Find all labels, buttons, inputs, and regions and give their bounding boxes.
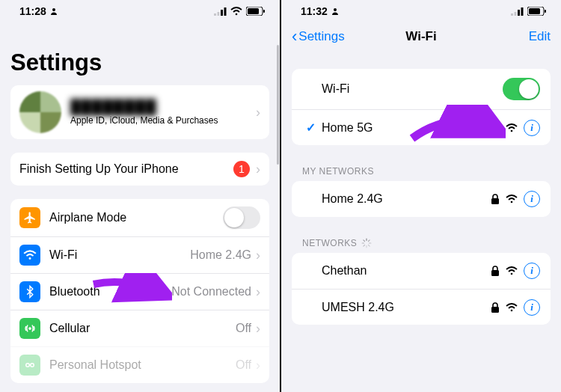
svg-line-28 — [369, 245, 370, 246]
network-row[interactable]: Chethan i — [292, 253, 551, 289]
row-detail: Home 2.4G — [190, 248, 251, 262]
wifi-main-card: Wi-Fi ✓ Home 5G i — [292, 69, 551, 145]
battery-icon — [246, 7, 265, 16]
svg-point-22 — [511, 129, 513, 132]
info-button[interactable]: i — [524, 191, 540, 207]
info-button[interactable]: i — [524, 120, 540, 136]
chevron-right-icon: › — [256, 162, 260, 177]
airplane-icon — [19, 207, 40, 228]
wifi-toggle[interactable] — [503, 78, 540, 100]
network-row[interactable]: Home 2.4G i — [292, 181, 551, 217]
airplane-toggle[interactable] — [223, 206, 260, 229]
svg-point-10 — [29, 328, 31, 329]
status-time: 11:28 — [19, 5, 46, 17]
profile-subtitle: Apple ID, iCloud, Media & Purchases — [70, 115, 256, 126]
row-detail: Not Connected — [171, 285, 251, 298]
svg-point-0 — [52, 8, 55, 11]
airplane-mode-row[interactable]: Airplane Mode — [10, 199, 269, 236]
svg-rect-7 — [248, 8, 259, 14]
edit-button[interactable]: Edit — [529, 29, 551, 44]
my-networks-card: Home 2.4G i — [292, 181, 551, 217]
svg-rect-3 — [221, 10, 223, 16]
svg-point-34 — [511, 273, 513, 275]
spinner-icon — [361, 238, 372, 248]
svg-point-36 — [511, 309, 513, 311]
svg-rect-16 — [518, 10, 520, 16]
avatar — [19, 91, 61, 133]
lock-icon — [491, 302, 500, 313]
networks-header-label: NETWORKS — [302, 238, 357, 248]
settings-screen: 11:28 Settings ████████ Apple ID, iCloud… — [0, 0, 280, 392]
svg-point-12 — [31, 364, 34, 367]
svg-point-13 — [334, 8, 337, 11]
other-networks-card: Chethan i UMESH 2.4G i — [292, 253, 551, 325]
wifi-toggle-label: Wi-Fi — [322, 82, 503, 96]
info-button[interactable]: i — [524, 263, 540, 279]
cellular-icon — [511, 7, 524, 16]
lock-icon — [491, 266, 500, 276]
row-label: Airplane Mode — [49, 211, 223, 224]
svg-rect-23 — [491, 198, 499, 204]
network-name: UMESH 2.4G — [322, 301, 491, 314]
back-button[interactable]: ‹ Settings — [292, 27, 345, 46]
hotspot-row[interactable]: Personal Hotspot Off › — [10, 346, 269, 383]
profile-card[interactable]: ████████ Apple ID, iCloud, Media & Purch… — [10, 85, 269, 139]
wifi-screen: 11:32 ‹ Settings Wi-Fi Edit Wi-Fi ✓ Home… — [281, 0, 561, 392]
chevron-right-icon: › — [256, 248, 260, 263]
status-time: 11:32 — [301, 5, 328, 17]
svg-point-11 — [26, 364, 30, 367]
chevron-right-icon: › — [256, 358, 260, 373]
svg-rect-4 — [224, 7, 227, 16]
notification-badge: 1 — [233, 161, 250, 177]
person-icon — [49, 7, 58, 16]
status-bar: 11:32 — [281, 0, 561, 19]
chevron-right-icon: › — [256, 321, 260, 337]
cellular-settings-icon — [19, 318, 40, 339]
wifi-strength-icon — [506, 123, 518, 132]
my-networks-header: MY NETWORKS — [281, 159, 561, 181]
lock-icon — [491, 123, 500, 133]
svg-rect-20 — [545, 10, 546, 13]
svg-point-5 — [236, 13, 238, 16]
wifi-strength-icon — [506, 303, 518, 312]
lock-icon — [491, 194, 500, 204]
connected-network-row[interactable]: ✓ Home 5G i — [292, 109, 551, 145]
network-name: Chethan — [322, 264, 491, 278]
svg-point-9 — [29, 257, 31, 260]
profile-name: ████████ — [70, 99, 256, 115]
chevron-right-icon: › — [256, 284, 260, 300]
svg-rect-35 — [491, 307, 499, 313]
svg-rect-15 — [515, 12, 517, 16]
wifi-row[interactable]: Wi-Fi Home 2.4G › — [10, 236, 269, 273]
person-icon — [331, 7, 340, 16]
bluetooth-row[interactable]: Bluetooth Not Connected › — [10, 273, 269, 310]
row-detail: Off — [236, 358, 251, 372]
network-row[interactable]: UMESH 2.4G i — [292, 289, 551, 325]
svg-line-27 — [364, 240, 365, 242]
hotspot-icon — [19, 355, 40, 376]
svg-rect-17 — [521, 7, 524, 16]
connectivity-group: Airplane Mode Wi-Fi Home 2.4G › Bluetoot… — [10, 199, 269, 383]
status-bar: 11:28 — [0, 0, 280, 19]
nav-bar: ‹ Settings Wi-Fi Edit — [281, 19, 561, 51]
info-button[interactable]: i — [524, 299, 540, 316]
chevron-left-icon: ‹ — [292, 27, 297, 46]
svg-rect-14 — [511, 13, 513, 16]
row-detail: Off — [236, 322, 251, 335]
networks-header: NETWORKS — [281, 230, 561, 253]
wifi-strength-icon — [506, 266, 518, 275]
cellular-icon — [214, 7, 227, 16]
wifi-strength-icon — [506, 195, 518, 203]
finish-setup-label: Finish Setting Up Your iPhone — [19, 162, 233, 176]
chevron-right-icon: › — [256, 105, 260, 120]
svg-rect-2 — [218, 12, 220, 16]
row-label: Personal Hotspot — [49, 358, 236, 372]
finish-setup-card[interactable]: Finish Setting Up Your iPhone 1 › — [10, 153, 269, 186]
svg-rect-1 — [214, 13, 216, 16]
row-label: Bluetooth — [49, 285, 171, 298]
bluetooth-icon — [19, 281, 40, 302]
cellular-row[interactable]: Cellular Off › — [10, 310, 269, 346]
network-name: Home 5G — [322, 121, 491, 135]
back-label: Settings — [298, 29, 344, 44]
wifi-icon — [230, 7, 242, 16]
